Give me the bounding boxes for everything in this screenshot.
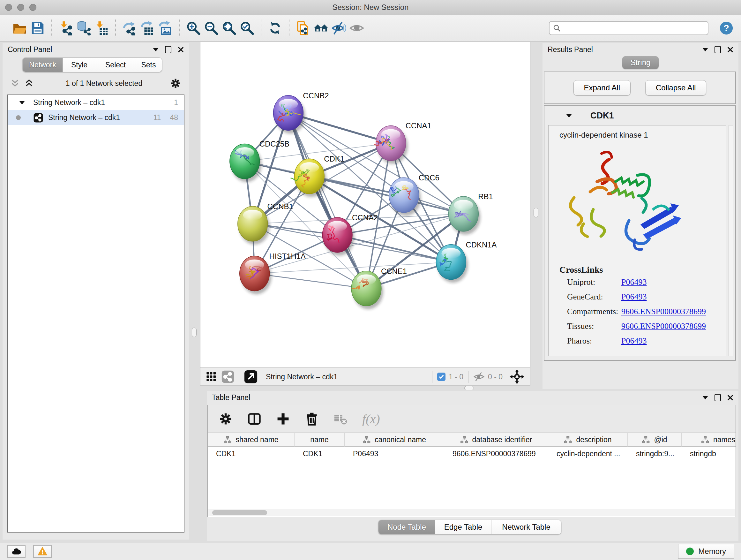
export-table-icon[interactable] (138, 19, 156, 37)
panel-close-icon[interactable] (178, 47, 184, 53)
network-node-CCNB2[interactable]: CCNB2 (273, 91, 329, 134)
clone-network-icon[interactable] (294, 19, 312, 37)
string-home-icon[interactable] (312, 19, 330, 37)
tab-edge-table[interactable]: Edge Table (435, 520, 491, 534)
import-network-icon[interactable] (57, 19, 75, 37)
network-node-CDC25B[interactable]: CDC25B (230, 139, 289, 182)
cloud-status-button[interactable] (7, 545, 25, 558)
cell-namespace[interactable]: stringdb (682, 447, 736, 461)
table-row[interactable]: CDK1 CDK1 P06493 9606.ENSP00000378699 cy… (208, 447, 736, 461)
close-window-button[interactable] (5, 4, 12, 11)
network-node-CCNE1[interactable]: CCNE1 (351, 267, 407, 309)
network-row-selected[interactable]: String Network – cdk1 11 48 (8, 110, 184, 125)
refresh-layout-icon[interactable] (266, 19, 284, 37)
search-box[interactable] (549, 21, 709, 35)
open-session-icon[interactable] (11, 19, 29, 37)
export-network-icon[interactable] (121, 19, 138, 37)
zoom-out-icon[interactable] (202, 19, 220, 37)
crosslink-link[interactable]: 9606.ENSP00000378699 (621, 304, 706, 319)
table-options-gear-icon[interactable] (219, 412, 232, 426)
network-node-CCNA2[interactable]: CCNA2 (322, 213, 378, 256)
selected-checkbox-icon[interactable] (437, 373, 446, 381)
cell-description[interactable]: cyclin-dependent ... (548, 447, 628, 461)
network-edge-CCNB2-CCNE1[interactable] (288, 113, 366, 289)
network-node-CDKN1A[interactable]: CDKN1A (436, 240, 497, 283)
collapse-all-button[interactable]: Collapse All (645, 80, 706, 96)
network-canvas[interactable]: CCNB2CCNA1CDC25BCDK1CDC6RB1CCNB1CCNA2CDK… (200, 42, 530, 368)
splitter-grip[interactable] (464, 386, 474, 390)
gene-card-header[interactable]: CDK1 (544, 106, 735, 125)
cell-database-identifier[interactable]: 9606.ENSP00000378699 (444, 447, 548, 461)
expand-all-networks-icon[interactable] (24, 78, 34, 88)
cell-shared-name[interactable]: CDK1 (208, 447, 294, 461)
splitter-grip[interactable] (534, 208, 538, 217)
export-image-icon[interactable] (156, 19, 174, 37)
column-header[interactable]: database identifier (444, 433, 548, 447)
birdseye-grid-icon[interactable] (206, 372, 216, 382)
results-scrollbar[interactable] (729, 125, 733, 356)
column-header[interactable]: @id (628, 433, 682, 447)
crosslink-link[interactable]: P06493 (621, 334, 647, 348)
panel-menu-icon[interactable] (702, 48, 708, 51)
panel-float-icon[interactable] (715, 394, 721, 401)
zoom-selected-icon[interactable] (238, 19, 256, 37)
import-database-icon[interactable] (75, 19, 92, 37)
show-eye-icon[interactable] (348, 19, 366, 37)
splitter-grip[interactable] (192, 327, 197, 337)
network-node-CDC6[interactable]: CDC6 (389, 173, 440, 216)
hide-eye-icon[interactable] (330, 19, 348, 37)
memory-button[interactable]: Memory (678, 544, 734, 559)
panel-close-icon[interactable] (727, 47, 733, 53)
minimize-window-button[interactable] (17, 4, 24, 11)
tab-sets[interactable]: Sets (135, 58, 162, 72)
show-columns-icon[interactable] (247, 412, 261, 426)
network-node-CCNB1[interactable]: CCNB1 (238, 202, 293, 245)
network-node-RB1[interactable]: RB1 (448, 192, 493, 235)
column-header[interactable]: namespace (682, 433, 736, 447)
import-table-icon[interactable] (92, 19, 111, 37)
panel-float-icon[interactable] (715, 46, 721, 53)
collapse-all-networks-icon[interactable] (10, 78, 20, 88)
tab-string[interactable]: String (622, 56, 659, 69)
network-graph[interactable]: CCNB2CCNA1CDC25BCDK1CDC6RB1CCNB1CCNA2CDK… (200, 42, 530, 368)
tab-network[interactable]: Network (23, 58, 63, 72)
table-hscrollbar-thumb[interactable] (212, 510, 267, 515)
column-header[interactable]: canonical name (345, 433, 444, 447)
hidden-eye-icon[interactable] (473, 371, 485, 382)
tab-node-table[interactable]: Node Table (379, 520, 435, 534)
fit-crosshair-icon[interactable] (510, 369, 524, 384)
crosslink-link[interactable]: 9606.ENSP00000378699 (621, 319, 706, 334)
save-session-icon[interactable] (29, 19, 47, 37)
zoom-window-button[interactable] (29, 4, 37, 11)
delete-column-icon[interactable] (305, 412, 319, 426)
help-icon[interactable]: ? (718, 19, 735, 37)
open-in-window-icon[interactable] (244, 370, 258, 383)
network-node-CDK1[interactable]: CDK1 (291, 154, 344, 197)
share-view-icon[interactable] (221, 370, 234, 383)
network-collection-row[interactable]: String Network – cdk1 1 (8, 95, 184, 110)
tab-network-table[interactable]: Network Table (491, 520, 561, 534)
collection-expand-icon[interactable] (19, 101, 25, 105)
warning-status-button[interactable] (33, 545, 52, 558)
panel-menu-icon[interactable] (702, 396, 708, 399)
network-edge-RB1-HIST1H1A[interactable] (255, 214, 464, 273)
cell-canonical-name[interactable]: P06493 (345, 447, 444, 461)
zoom-fit-icon[interactable] (220, 19, 238, 37)
tab-select[interactable]: Select (96, 58, 135, 72)
network-edge-CDK1-RB1[interactable] (309, 176, 463, 214)
cell-id[interactable]: stringdb:9... (628, 447, 682, 461)
column-header[interactable]: description (548, 433, 628, 447)
column-header[interactable]: name (294, 433, 345, 447)
cell-name[interactable]: CDK1 (294, 447, 345, 461)
network-node-HIST1H1A[interactable]: HIST1H1A (240, 252, 306, 294)
gene-expand-icon[interactable] (566, 114, 572, 118)
panel-close-icon[interactable] (727, 395, 733, 401)
column-header[interactable]: shared name (208, 433, 294, 447)
crosslink-link[interactable]: P06493 (621, 275, 647, 290)
network-node-CCNA1[interactable]: CCNA1 (374, 121, 431, 164)
table-hscrollbar[interactable] (208, 509, 735, 516)
expand-all-button[interactable]: Expand All (574, 80, 630, 96)
crosslink-link[interactable]: P06493 (621, 290, 647, 304)
search-input[interactable] (561, 23, 704, 33)
zoom-in-icon[interactable] (185, 19, 202, 37)
